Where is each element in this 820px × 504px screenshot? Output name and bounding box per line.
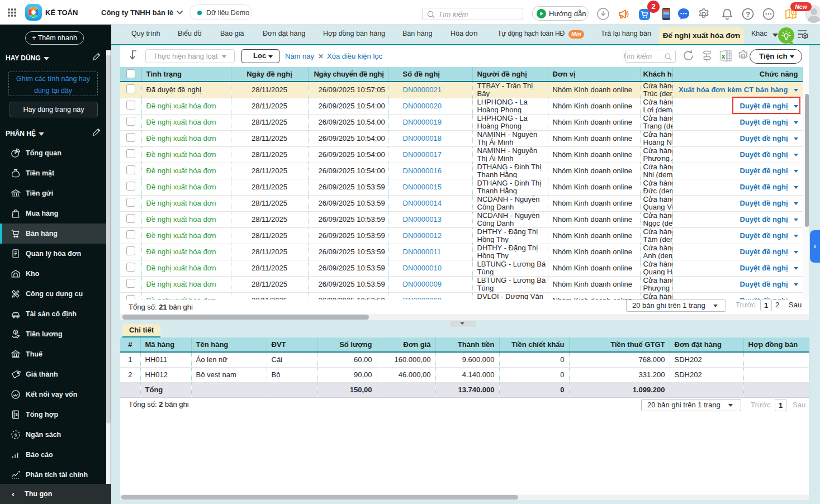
svg-text:$: $ bbox=[16, 412, 18, 417]
svg-text:x: x bbox=[722, 53, 726, 60]
svg-text:$: $ bbox=[15, 432, 17, 438]
svg-text:?: ? bbox=[746, 11, 750, 18]
svg-text:$: $ bbox=[15, 330, 17, 335]
